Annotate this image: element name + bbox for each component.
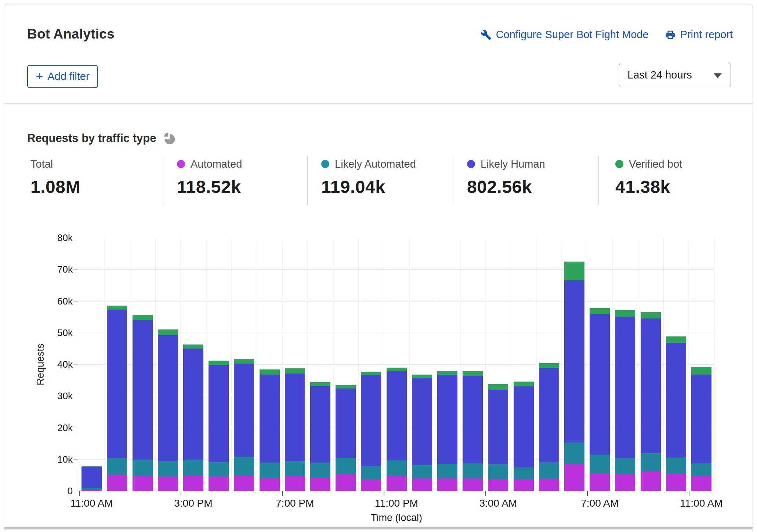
bar-segment-likely-automated <box>463 463 483 478</box>
bar-segment-likely-automated <box>310 463 330 478</box>
bar-segment-automated <box>285 476 305 491</box>
gridline-v <box>460 238 460 491</box>
page-title: Bot Analytics <box>27 26 115 42</box>
bar-9-00-pm[interactable] <box>336 385 356 491</box>
bar-segment-verified-bot <box>183 345 203 349</box>
bar-7-00-am[interactable] <box>590 308 610 491</box>
bar-segment-likely-automated <box>437 464 457 478</box>
gridline-v <box>663 238 664 491</box>
chevron-down-icon <box>714 73 722 78</box>
bar-segment-automated <box>158 477 178 491</box>
bar-segment-automated <box>361 480 381 491</box>
bar-12-00-am[interactable] <box>412 375 432 491</box>
bar-segment-likely-automated <box>336 458 356 474</box>
bar-12-00-pm[interactable] <box>107 306 127 491</box>
add-filter-label: Add filter <box>47 70 89 83</box>
bar-segment-likely-human <box>158 335 178 461</box>
bar-5-00-pm[interactable] <box>234 359 254 491</box>
gridline-v <box>435 238 435 491</box>
stat-likely-automated: Likely Automated 119.04k <box>321 158 416 197</box>
stat-verified-bot: Verified bot 41.38k <box>615 158 682 197</box>
configure-super-bot-fight-mode-link[interactable]: Configure Super Bot Fight Mode <box>481 29 649 41</box>
bar-8-00-am[interactable] <box>615 310 635 491</box>
bar-segment-likely-automated <box>361 466 381 480</box>
stat-total: Total 1.08M <box>30 158 80 197</box>
bar-segment-automated <box>310 478 330 491</box>
wrench-icon <box>481 29 492 40</box>
bar-3-00-am[interactable] <box>488 384 508 491</box>
header-divider <box>4 103 753 104</box>
bar-11-00-am[interactable] <box>691 367 711 491</box>
bar-segment-likely-human <box>514 386 534 468</box>
print-report-link[interactable]: Print report <box>665 29 733 41</box>
bar-9-00-am[interactable] <box>641 312 661 491</box>
print-link-label: Print report <box>680 29 733 41</box>
plot-area <box>79 238 714 491</box>
gridline-v <box>409 238 410 491</box>
bar-6-00-am[interactable] <box>564 262 584 491</box>
gridline-v <box>638 238 638 491</box>
bar-11-00-pm[interactable] <box>387 368 407 491</box>
bar-10-00-pm[interactable] <box>361 372 381 491</box>
gridline-v <box>485 238 486 491</box>
bar-segment-automated <box>691 476 711 491</box>
gridline-v <box>384 238 384 491</box>
bar-7-00-pm[interactable] <box>285 368 305 491</box>
gridline-v <box>206 238 206 491</box>
pie-chart-icon <box>163 132 176 145</box>
bar-segment-verified-bot <box>514 382 534 386</box>
stat-total-label: Total <box>30 158 53 170</box>
bar-segment-automated <box>590 473 610 491</box>
bar-5-00-am[interactable] <box>539 363 559 491</box>
likely-automated-dot <box>321 160 329 168</box>
bar-4-00-am[interactable] <box>514 382 534 491</box>
gridline-v <box>130 238 130 491</box>
bar-8-00-pm[interactable] <box>310 382 330 491</box>
bar-segment-verified-bot <box>387 368 407 371</box>
bar-6-00-pm[interactable] <box>260 369 280 491</box>
bar-segment-likely-automated <box>590 455 610 473</box>
stat-verified-bot-label: Verified bot <box>629 158 682 170</box>
stat-likely-automated-label: Likely Automated <box>335 158 416 170</box>
bar-segment-automated <box>615 474 635 491</box>
bar-1-00-am[interactable] <box>437 371 457 491</box>
gridline-v <box>257 238 257 491</box>
bar-segment-verified-bot <box>666 336 686 343</box>
gridline-v <box>181 238 181 491</box>
gridline-v <box>536 238 537 491</box>
bar-segment-likely-human <box>463 376 483 463</box>
bar-segment-automated <box>412 478 432 491</box>
gridline-h <box>79 491 714 491</box>
bar-segment-likely-human <box>666 343 686 458</box>
bar-11-00-am[interactable] <box>82 466 102 491</box>
bar-segment-likely-human <box>310 386 330 463</box>
bar-1-00-pm[interactable] <box>133 315 153 491</box>
stat-automated-value: 118.52k <box>177 177 242 197</box>
header-links: Configure Super Bot Fight Mode Print rep… <box>481 29 733 41</box>
gridline-v <box>282 238 283 491</box>
bar-segment-verified-bot <box>260 369 280 375</box>
bar-4-00-pm[interactable] <box>209 361 229 491</box>
bar-3-00-pm[interactable] <box>183 345 203 491</box>
bar-2-00-pm[interactable] <box>158 329 178 491</box>
bar-10-00-am[interactable] <box>666 336 686 491</box>
bar-segment-verified-bot <box>564 262 584 281</box>
bar-segment-likely-automated <box>641 453 661 471</box>
bar-segment-automated <box>183 475 203 491</box>
gridline-v <box>587 238 587 491</box>
time-range-select[interactable]: Last 24 hours <box>619 63 731 87</box>
gridline-v <box>714 238 714 491</box>
bar-segment-likely-human <box>539 368 559 462</box>
bar-segment-automated <box>463 478 483 491</box>
add-filter-button[interactable]: + Add filter <box>27 65 98 88</box>
gridline-v <box>612 238 613 491</box>
bar-segment-likely-automated <box>285 461 305 476</box>
bar-segment-likely-human <box>82 467 102 488</box>
stat-total-value: 1.08M <box>30 177 80 197</box>
bar-2-00-am[interactable] <box>463 371 483 491</box>
likely-human-dot <box>467 160 475 168</box>
bar-segment-automated <box>82 490 102 491</box>
stat-likely-automated-value: 119.04k <box>321 177 416 197</box>
stat-automated-label: Automated <box>191 158 242 170</box>
bar-segment-likely-automated <box>183 460 203 475</box>
